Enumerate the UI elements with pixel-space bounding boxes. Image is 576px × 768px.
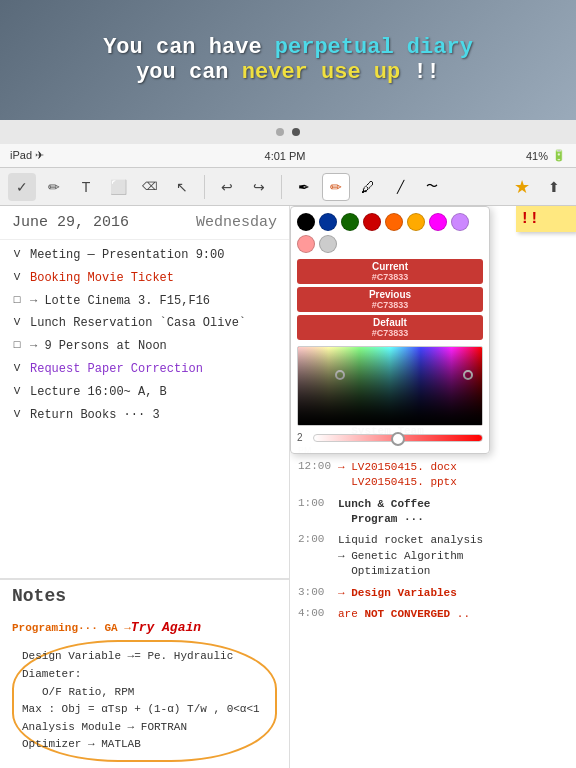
swatch-green[interactable] [341, 213, 359, 231]
status-bar: iPad ✈ 4:01 PM 41% 🔋 [0, 144, 576, 168]
gradient-black-overlay [298, 347, 482, 425]
diary-entries: V Meeting — Presentation 9:00 V Booking … [0, 240, 289, 578]
time-2: 2:00 [298, 533, 338, 545]
separator-1 [204, 175, 205, 199]
text-4: are NOT CONVERGED .. [338, 607, 568, 622]
slider-thumb[interactable] [391, 432, 405, 446]
eraser-icon: ⌫ [142, 180, 158, 193]
slider-label: 2 [297, 432, 309, 443]
redo-icon: ↪ [253, 179, 265, 195]
previous-color-btn[interactable]: Previous #C73833 [297, 287, 483, 312]
text-12: → LV20150415. docx LV20150415. pptx [338, 460, 568, 491]
pen-tool-5[interactable]: 〜 [418, 173, 446, 201]
entry-text-8: Return Books ··· 3 [30, 407, 281, 424]
schedule-item-1: 1:00 Lunch & Coffee Program ··· [298, 494, 568, 531]
entry-3: □ → Lotte Cinema 3. F15,F16 [8, 290, 281, 313]
text-button[interactable]: T [72, 173, 100, 201]
swatch-pink[interactable] [297, 235, 315, 253]
time-1: 1:00 [298, 497, 338, 509]
swatch-black[interactable] [297, 213, 315, 231]
slider-row: 2 [297, 432, 483, 443]
image-button[interactable]: ⬜ [104, 173, 132, 201]
sticky-note: !! [516, 206, 576, 232]
cursor-button[interactable]: ↖ [168, 173, 196, 201]
status-right: 41% 🔋 [526, 149, 566, 162]
swatch-navy[interactable] [319, 213, 337, 231]
dot-1[interactable] [276, 128, 284, 136]
notes-section: Notes Programing··· GA →Try Again Design… [0, 578, 289, 768]
separator-2 [281, 175, 282, 199]
schedule-item-4: 4:00 are NOT CONVERGED .. [298, 604, 568, 625]
time-3: 3:00 [298, 586, 338, 598]
swatch-lavender[interactable] [451, 213, 469, 231]
check-5: □ [8, 338, 26, 353]
check-6: V [8, 361, 26, 376]
device-label: iPad ✈ [10, 149, 44, 162]
current-color-btn[interactable]: Current #C73833 [297, 259, 483, 284]
check-4: V [8, 315, 26, 330]
check-button[interactable]: ✓ [8, 173, 36, 201]
schedule-item-12: 12:00 → LV20150415. docx LV20150415. ppt… [298, 457, 568, 494]
slider-track[interactable] [313, 434, 483, 442]
entry-4: V Lunch Reservation `Casa Olive` [8, 312, 281, 335]
notes-label: Notes [0, 580, 289, 612]
entry-text-4: Lunch Reservation `Casa Olive` [30, 315, 281, 332]
schedule-item-2: 2:00 Liquid rocket analysis→ Genetic Alg… [298, 530, 568, 582]
undo-button[interactable]: ↩ [213, 173, 241, 201]
hero-line2: you can never use up !! [136, 60, 440, 85]
main-content: June 29, 2016 Wednesday V Meeting — Pres… [0, 206, 576, 768]
share-button[interactable]: ⬆ [540, 173, 568, 201]
swatch-magenta[interactable] [429, 213, 447, 231]
toolbar-right: ★ ⬆ [508, 173, 568, 201]
check-1: V [8, 247, 26, 262]
hero-banner: You can have perpetual diary you can nev… [0, 0, 576, 120]
text-2: Liquid rocket analysis→ Genetic Algorith… [338, 533, 568, 579]
swatch-gray[interactable] [319, 235, 337, 253]
left-selector [335, 370, 345, 380]
day-text: Wednesday [196, 214, 277, 231]
right-panel: !! Current #C73833 [290, 206, 576, 768]
check-2: V [8, 270, 26, 285]
status-time: 4:01 PM [265, 150, 306, 162]
date-header: June 29, 2016 Wednesday [0, 206, 289, 240]
default-color-btn[interactable]: Default #C73833 [297, 315, 483, 340]
notes-line-5: Analysis Module → FORTRAN [22, 719, 267, 737]
entry-text-3: → Lotte Cinema 3. F15,F16 [30, 293, 281, 310]
toolbar: ✓ ✏ T ⬜ ⌫ ↖ ↩ ↪ ✒ ✏ 🖊 ╱ 〜 ★ ⬆ [0, 168, 576, 206]
date-text: June 29, 2016 [12, 214, 129, 231]
pen-button[interactable]: ✏ [40, 173, 68, 201]
entry-text-5: → 9 Persons at Noon [30, 338, 281, 355]
notes-line-3: O/F Ratio, RPM [22, 684, 267, 702]
schedule: 11:00 Launch Vehicle System Team PM 12:0… [290, 406, 576, 768]
hero-line1: You can have perpetual diary [103, 35, 473, 60]
pen-tool-4[interactable]: ╱ [386, 173, 414, 201]
color-picker[interactable]: Current #C73833 Previous #C73833 Default… [290, 206, 490, 454]
text-icon: T [82, 179, 91, 195]
pen-tool-1[interactable]: ✒ [290, 173, 318, 201]
dot-2[interactable] [292, 128, 300, 136]
swatch-orange[interactable] [385, 213, 403, 231]
pen-tool-2[interactable]: ✏ [322, 173, 350, 201]
swatch-yellow[interactable] [407, 213, 425, 231]
entry-text-7: Lecture 16:00~ A, B [30, 384, 281, 401]
notes-line-2: Design Variable →= Pe. Hydraulic Diamete… [22, 648, 267, 683]
status-left: iPad ✈ [10, 149, 44, 162]
entry-5: □ → 9 Persons at Noon [8, 335, 281, 358]
redo-button[interactable]: ↪ [245, 173, 273, 201]
notes-line-6: Optimizer → MATLAB [22, 736, 267, 754]
eraser-button[interactable]: ⌫ [136, 173, 164, 201]
entry-text-6: Request Paper Correction [30, 361, 281, 378]
right-selector [463, 370, 473, 380]
notes-line-1: Programing··· GA →Try Again [12, 618, 277, 639]
color-gradient[interactable] [297, 346, 483, 426]
entry-7: V Lecture 16:00~ A, B [8, 381, 281, 404]
image-icon: ⬜ [110, 179, 127, 195]
battery-icon: 🔋 [552, 149, 566, 162]
pen-tool-3[interactable]: 🖊 [354, 173, 382, 201]
pen-icon: ✏ [48, 179, 60, 195]
page-dots [0, 120, 576, 144]
text-3: → Design Variables [338, 586, 568, 601]
check-8: V [8, 407, 26, 422]
star-button[interactable]: ★ [508, 173, 536, 201]
swatch-red[interactable] [363, 213, 381, 231]
